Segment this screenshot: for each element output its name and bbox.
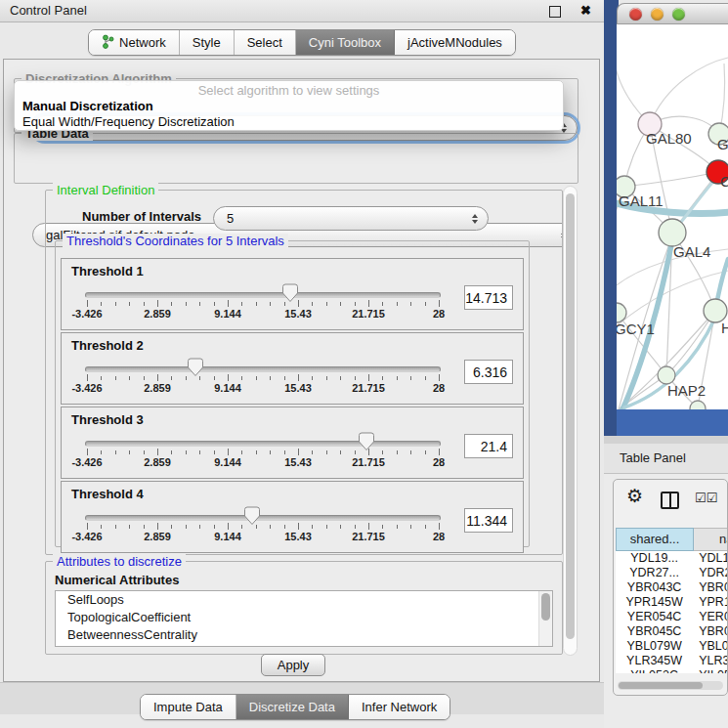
cell-shared-name[interactable]: YER054C [616, 610, 693, 624]
tab-impute-data[interactable]: Impute Data [141, 695, 236, 719]
table-body[interactable]: YDL19...YDL19...YDR27...YDR27...YBR043CY… [616, 551, 728, 673]
cell-shared-name[interactable]: YBL079W [616, 639, 693, 654]
list-item[interactable]: BetweennessCentrality [56, 626, 552, 644]
column-browse-icon[interactable] [661, 492, 679, 509]
threshold-3-value-field[interactable]: 21.4 [464, 434, 513, 458]
threshold-2-slider[interactable]: -3.4262.8599.14415.4321.71528 [85, 358, 441, 399]
column-header-shared[interactable]: shared... [616, 528, 694, 551]
slider-thumb[interactable] [282, 283, 299, 303]
slider-tick [355, 450, 356, 454]
slider-thumb[interactable] [187, 358, 203, 377]
apply-button[interactable]: Apply [261, 654, 325, 676]
dropdown-option-manual-discretization[interactable]: Manual Discretization [15, 99, 563, 114]
table-hscrollbar-thumb[interactable] [619, 682, 703, 689]
cell-shared-name[interactable]: YBR045C [616, 624, 693, 639]
column-browse-icon-divider [669, 493, 671, 507]
column-header-name[interactable]: name [694, 528, 728, 551]
slider-tick [101, 525, 102, 529]
threshold-1-value-field[interactable]: 14.713 [464, 285, 513, 310]
number-of-intervals-spinner[interactable]: 5 [213, 206, 489, 231]
threshold-2-label: Threshold 2 [71, 338, 144, 353]
cell-shared-name[interactable]: YDL19... [616, 551, 693, 566]
slider-labels: -3.4262.8599.14415.4321.71528 [87, 382, 439, 395]
tab-discretize-data[interactable]: Discretize Data [236, 695, 349, 719]
cell-shared-name[interactable]: YLR345W [616, 654, 693, 668]
network-node-label: GAL11 [619, 193, 664, 209]
slider-track[interactable] [85, 515, 441, 521]
threshold-2-value-field[interactable]: 6.316 [464, 360, 513, 384]
network-node-label: G [717, 136, 728, 152]
gear-icon[interactable]: ⚙ [626, 484, 643, 509]
cell-shared-name[interactable]: YPR145W [616, 595, 693, 610]
tab-infer-network[interactable]: Infer Network [349, 695, 450, 719]
table-row[interactable]: YBL079WYBL079W [616, 639, 728, 654]
checkbox-icons[interactable]: ☑☑ [695, 491, 717, 505]
close-traffic-light[interactable] [629, 8, 642, 21]
network-window-titlebar[interactable] [617, 3, 728, 24]
network-node-label: HAP2 [667, 382, 706, 399]
node-bottom[interactable] [690, 401, 706, 409]
slider-tick-label: 9.144 [214, 456, 241, 468]
table-row[interactable]: YDL19...YDL19... [616, 551, 728, 566]
cell-name[interactable]: YDL19... [693, 551, 728, 566]
slider-tick [298, 449, 299, 455]
cell-name[interactable]: YIL052C [693, 668, 728, 673]
list-scrollbar[interactable] [538, 591, 552, 646]
tab-style[interactable]: Style [180, 30, 235, 55]
cell-shared-name[interactable]: YDR27... [616, 566, 693, 580]
cell-name[interactable]: YPR145W [693, 595, 728, 610]
slider-tick-label: 15.43 [284, 456, 312, 468]
slider-tick [186, 525, 187, 529]
minimize-traffic-light[interactable] [651, 8, 664, 21]
slider-tick [241, 302, 242, 306]
cell-name[interactable]: YLR345W [693, 654, 728, 668]
tab-jactivemnodules[interactable]: jActiveMNodules [395, 30, 515, 55]
numerical-attributes-list[interactable]: SelfLoops TopologicalCoefficient Between… [55, 590, 553, 647]
slider-thumb[interactable] [358, 432, 374, 451]
tab-cyni-toolbox[interactable]: Cyni Toolbox [296, 30, 395, 55]
cell-shared-name[interactable]: YIL052C [616, 668, 693, 673]
slider-tick [144, 302, 145, 306]
float-window-icon[interactable] [549, 6, 561, 18]
dropdown-hint-option[interactable]: Select algorithm to view settings [15, 83, 563, 99]
cell-shared-name[interactable]: YBR043C [616, 580, 693, 595]
slider-tick [425, 376, 426, 380]
slider-tick [284, 376, 285, 380]
table-hscrollbar[interactable] [618, 681, 723, 690]
cell-name[interactable]: YBR045C [693, 624, 728, 639]
table-row[interactable]: YDR27...YDR27... [616, 566, 728, 580]
dropdown-option-equal-width-frequency[interactable]: Equal Width/Frequency Discretization [15, 114, 563, 130]
tab-network[interactable]: Network [89, 30, 180, 55]
table-row[interactable]: YBR043CYBR043C [616, 580, 728, 595]
slider-tick [115, 450, 116, 454]
list-item[interactable]: SelfLoops [56, 591, 552, 609]
tab-select[interactable]: Select [235, 30, 296, 55]
threshold-4-value-field[interactable]: 11.344 [464, 508, 513, 533]
list-scrollbar-thumb[interactable] [541, 593, 550, 621]
cell-name[interactable]: YER054C [693, 610, 728, 624]
cell-name[interactable]: YBR043C [693, 580, 728, 595]
table-row[interactable]: YBR045CYBR045C [616, 624, 728, 639]
table-row[interactable]: YIL052CYIL052C [616, 668, 728, 673]
panel-scrollbar-thumb[interactable] [566, 193, 575, 639]
list-item[interactable]: TopologicalCoefficient [56, 609, 552, 626]
close-icon[interactable]: ✖ [580, 3, 591, 18]
cell-name[interactable]: YDR27... [693, 566, 728, 580]
panel-scrollbar[interactable] [563, 186, 578, 656]
panel-divider [604, 436, 728, 444]
slider-track[interactable] [85, 441, 441, 447]
slider-tick [270, 525, 271, 529]
threshold-1-slider[interactable]: -3.4262.8599.14415.4321.71528 [85, 283, 441, 324]
threshold-4-slider[interactable]: -3.4262.8599.14415.4321.71528 [85, 506, 441, 547]
slider-track[interactable] [85, 292, 441, 298]
zoom-traffic-light[interactable] [672, 8, 685, 21]
slider-track[interactable] [85, 366, 441, 372]
table-row[interactable]: YER054CYER054C [616, 610, 728, 624]
cell-name[interactable]: YBL079W [693, 639, 728, 654]
threshold-3-slider[interactable]: -3.4262.8599.14415.4321.71528 [85, 432, 441, 473]
table-row[interactable]: YPR145WYPR145W [616, 595, 728, 610]
network-canvas[interactable]: GAL80GCGAL11GAL4GCY1HHAP2 [617, 24, 728, 409]
table-row[interactable]: YLR345WYLR345W [616, 654, 728, 668]
slider-thumb[interactable] [244, 506, 261, 526]
node-GAL4[interactable] [659, 219, 686, 246]
